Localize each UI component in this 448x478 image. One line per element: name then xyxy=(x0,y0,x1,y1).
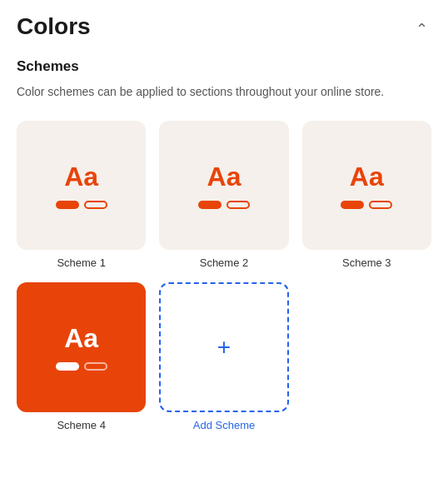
scheme-aa-1: Aa xyxy=(64,162,98,192)
pill-outline-2 xyxy=(226,201,250,209)
add-scheme-card[interactable]: + xyxy=(159,282,288,411)
schemes-description: Color schemes can be applied to sections… xyxy=(17,83,431,101)
scheme-item-1[interactable]: Aa Scheme 1 xyxy=(17,121,146,269)
scheme-pills-4 xyxy=(56,362,107,371)
add-scheme-label[interactable]: Add Scheme xyxy=(193,419,255,431)
scheme-label-1: Scheme 1 xyxy=(57,256,106,269)
scheme-pills-2 xyxy=(198,201,250,209)
scheme-card-4[interactable]: Aa xyxy=(17,282,146,411)
scheme-item-4[interactable]: Aa Scheme 4 xyxy=(17,282,146,431)
add-scheme-item[interactable]: + Add Scheme xyxy=(159,282,288,431)
pill-outline-1 xyxy=(84,201,107,209)
scheme-label-4: Scheme 4 xyxy=(57,419,106,431)
scheme-aa-2: Aa xyxy=(207,162,241,192)
scheme-pills-1 xyxy=(56,201,107,209)
scheme-item-2[interactable]: Aa Scheme 2 xyxy=(159,121,288,269)
schemes-section-title: Schemes xyxy=(17,58,431,75)
pill-filled-1 xyxy=(56,201,79,209)
scheme-card-1[interactable]: Aa xyxy=(17,121,146,250)
add-scheme-plus-icon: + xyxy=(217,336,231,359)
scheme-aa-3: Aa xyxy=(350,162,384,192)
pill-filled-3 xyxy=(341,201,364,209)
scheme-label-2: Scheme 2 xyxy=(200,256,249,269)
schemes-grid-top: Aa Scheme 1 Aa Scheme 2 Aa Scheme 3 xyxy=(17,121,431,269)
scheme-pills-3 xyxy=(341,201,392,209)
colors-header: Colors ⌃ xyxy=(17,13,431,42)
scheme-card-2[interactable]: Aa xyxy=(159,121,288,250)
scheme-card-3[interactable]: Aa xyxy=(302,121,431,250)
scheme-label-3: Scheme 3 xyxy=(342,256,391,269)
page-title: Colors xyxy=(17,13,91,40)
scheme-aa-4: Aa xyxy=(64,323,98,354)
schemes-grid-bottom: Aa Scheme 4 + Add Scheme xyxy=(17,282,431,431)
collapse-icon[interactable]: ⌃ xyxy=(412,17,431,42)
pill-filled-2 xyxy=(198,201,222,209)
pill-filled-4 xyxy=(56,362,79,371)
pill-outline-3 xyxy=(369,201,392,209)
pill-outline-4 xyxy=(84,362,107,371)
scheme-item-3[interactable]: Aa Scheme 3 xyxy=(302,121,431,269)
